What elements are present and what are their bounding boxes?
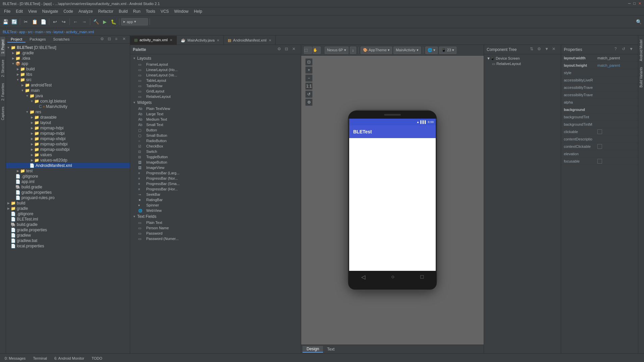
bread-app[interactable]: app <box>19 30 25 34</box>
prop-row-accessibilityTrave2[interactable]: accessibilityTrave <box>561 91 638 99</box>
palette-item-imagebutton[interactable]: 🖼 ImageButton <box>130 160 301 165</box>
tree-item-bletest-iml[interactable]: 📄 BLETest.iml <box>6 217 130 222</box>
save-btn[interactable]: 💾 <box>1 18 9 26</box>
tree-item-mainactivity[interactable]: C A MainActivity <box>6 104 130 109</box>
menu-code[interactable]: Code <box>61 8 76 14</box>
menu-edit[interactable]: Edit <box>13 8 25 14</box>
palette-item-password[interactable]: ▭ Password <box>130 231 301 236</box>
tree-item-drawable[interactable]: ▶ 📁 drawable <box>6 115 130 120</box>
close-tab-mainactivity[interactable]: ✕ <box>217 39 219 42</box>
tab-packages[interactable]: Packages <box>26 37 49 43</box>
ct-settings-icon[interactable]: ⚙ <box>537 47 543 53</box>
prop-row-layout-height[interactable]: layout:height match_parent <box>561 62 638 69</box>
tree-item-localprops[interactable]: 📄 local.properties <box>6 243 130 249</box>
palette-item-framelayout[interactable]: ▭ FrameLayout <box>130 62 301 67</box>
tree-item-gradle-root[interactable]: ▶ 📁 gradle <box>6 206 130 211</box>
settings-icon[interactable]: ≡ <box>115 37 121 43</box>
api-dropdown[interactable]: 📱 23 ▾ <box>439 47 457 54</box>
focusable-checkbox[interactable] <box>597 159 602 164</box>
palette-item-tablelayout[interactable]: ▭ TableLayout <box>130 78 301 83</box>
palette-collapse-icon[interactable]: ⊟ <box>285 47 291 53</box>
bread-main[interactable]: main <box>35 30 43 34</box>
palette-item-progressbar-large[interactable]: ≡ ProgressBar (Larg... <box>130 170 301 176</box>
zoom-in-btn[interactable]: + <box>305 66 313 74</box>
pan-tool-btn[interactable]: ✋ <box>313 47 321 54</box>
forward-btn[interactable]: → <box>80 18 88 26</box>
palette-item-progressbar-hor[interactable]: ≡ ProgressBar (Hor... <box>130 186 301 192</box>
clickable-checkbox[interactable] <box>597 129 602 134</box>
prop-row-accessibilityTrave1[interactable]: accessibilityTrave <box>561 84 638 91</box>
tree-item-build-root[interactable]: ▶ 📁 build <box>6 200 130 206</box>
collapse-icon[interactable]: ⊟ <box>108 37 114 43</box>
bread-layout[interactable]: layout <box>53 30 63 34</box>
bread-file[interactable]: activity_main.xml <box>66 30 94 34</box>
tree-item-res[interactable]: ▼ 📁 res <box>6 109 130 115</box>
prop-row-style[interactable]: style <box>561 69 638 76</box>
menu-run[interactable]: Run <box>130 8 143 14</box>
theme-dropdown[interactable]: 🎨 AppTheme ▾ <box>361 47 392 54</box>
hide-icon[interactable]: ✕ <box>122 37 128 43</box>
palette-item-tablerow[interactable]: ▭ TableRow <box>130 83 301 88</box>
palette-group-layouts[interactable]: ▼ Layouts <box>130 55 301 62</box>
prop-row-accessibilityLiveR[interactable]: accessibilityLiveR <box>561 76 638 84</box>
tree-item-mipmap-hdpi[interactable]: ▶ 📁 mipmap-hdpi <box>6 125 130 131</box>
paste-btn[interactable]: 📄 <box>39 18 47 26</box>
palette-item-linearlayout-h[interactable]: ▭ LinearLayout (Ho... <box>130 67 301 72</box>
tree-item-gitignore-app[interactable]: 📄 .gitignore <box>6 174 130 179</box>
vtab-captures[interactable]: Captures <box>0 104 5 123</box>
ct-relativelayout[interactable]: ▭ RelativeLayout <box>487 61 558 66</box>
palette-item-password-numeric[interactable]: ▭ Password (Numer... <box>130 236 301 241</box>
bread-res[interactable]: res <box>46 30 51 34</box>
ct-sort-icon[interactable]: ⇅ <box>530 47 536 53</box>
palette-item-button[interactable]: ▢ Button <box>130 127 301 133</box>
tree-item-androidmanifest[interactable]: 📄 AndroidManifest.xml <box>6 163 130 168</box>
prop-row-layout-width[interactable]: layout:width match_parent <box>561 54 638 62</box>
tree-item-proguard[interactable]: 📄 proguard-rules.pro <box>6 195 130 200</box>
tree-item-buildgradle-root[interactable]: 🐘 build.gradle <box>6 222 130 227</box>
tree-item-app[interactable]: ▼ 📦 app <box>6 61 130 66</box>
menu-analyze[interactable]: Analyze <box>76 8 96 14</box>
close-tab-manifest[interactable]: ✕ <box>269 39 271 42</box>
vtab-build-variants[interactable]: Build Variants <box>639 64 644 90</box>
bottom-tab-messages[interactable]: 0: Messages <box>1 355 29 361</box>
context-clickable-checkbox[interactable] <box>597 144 602 149</box>
tree-item-test[interactable]: ▶ 📁 test <box>6 168 130 174</box>
palette-item-relativelayout[interactable]: ▭ RelativeLayout <box>130 94 301 99</box>
prop-row-focusable[interactable]: focusable <box>561 158 638 165</box>
bread-src[interactable]: src <box>28 30 33 34</box>
palette-group-widgets[interactable]: ▼ Widgets <box>130 99 301 106</box>
palette-item-ratingbar[interactable]: ★ RatingBar <box>130 197 301 202</box>
menu-refactor[interactable]: Refactor <box>96 8 116 14</box>
vtab-android-model[interactable]: Android Model <box>639 37 644 64</box>
vtab-favorites[interactable]: 2: Favorites <box>0 80 5 103</box>
device-dropdown[interactable]: Nexus 6P ▾ <box>325 47 348 54</box>
close-tab-activity-main[interactable]: ✕ <box>170 38 172 42</box>
editor-tab-mainactivity[interactable]: ☕ MainActivity.java ✕ <box>177 36 224 45</box>
tab-scratches[interactable]: Scratches <box>50 37 73 43</box>
tree-item-layout[interactable]: ▶ 📁 layout <box>6 120 130 125</box>
search-btn[interactable]: 🔍 <box>635 18 643 26</box>
tree-item-app-iml[interactable]: 📄 app.iml <box>6 179 130 184</box>
palette-item-plaintextview[interactable]: Ab Plain TextView <box>130 106 301 111</box>
tree-item-main[interactable]: ▼ 📁 main <box>6 88 130 93</box>
palette-item-radiobutton[interactable]: ○ RadioButton <box>130 138 301 143</box>
tree-item-build-gradle[interactable]: 🐘 build.gradle <box>6 184 130 190</box>
tree-item-androidtest[interactable]: ▶ 📁 androidTest <box>6 82 130 88</box>
menu-tools[interactable]: Tools <box>143 8 158 14</box>
prop-row-alpha[interactable]: alpha <box>561 99 638 106</box>
prop-row-background[interactable]: background <box>561 106 638 113</box>
palette-item-progressbar-small[interactable]: ≡ ProgressBar (Sma... <box>130 181 301 186</box>
tree-item-gradlewbat[interactable]: 📄 gradlew.bat <box>6 238 130 243</box>
menu-window[interactable]: Window <box>171 8 191 14</box>
run-config-dropdown[interactable]: ▸ app ▾ <box>121 18 148 25</box>
palette-item-gridlayout[interactable]: ▭ GridLayout <box>130 88 301 94</box>
tree-item-libs[interactable]: ▶ 📁 libs <box>6 72 130 77</box>
tree-item-gradle-props[interactable]: 📄 gradle.properties <box>6 190 130 195</box>
menu-navigate[interactable]: Navigate <box>40 8 61 14</box>
palette-item-smallbutton[interactable]: ▢ Small Button <box>130 133 301 138</box>
editor-tab-manifest[interactable]: ▤ AndroidManifest.xml ✕ <box>224 36 276 45</box>
tree-item-gradle[interactable]: ▶ 📁 .gradle <box>6 50 130 56</box>
menu-vcs[interactable]: VCS <box>158 8 172 14</box>
actual-size-btn[interactable]: 1:1 <box>305 82 313 90</box>
build-btn[interactable]: 🔨 <box>92 18 100 26</box>
